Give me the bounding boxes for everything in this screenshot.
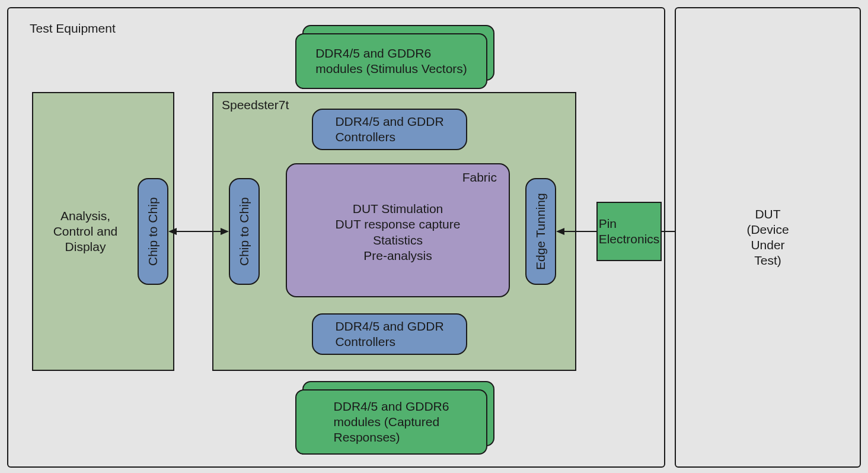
chip-to-chip-pill-left: Chip to Chip [138, 178, 168, 285]
fabric-l4: Pre-analysis [287, 248, 509, 264]
svg-marker-2 [221, 228, 229, 235]
modules-bottom-label: DDR4/5 and GDDR6 modules (Captured Respo… [334, 399, 449, 446]
fabric-content: DUT Stimulation DUT response capture Sta… [287, 201, 509, 264]
modules-bot-l1: DDR4/5 and GDDR6 [334, 399, 449, 414]
arrow-chip-to-chip [168, 226, 229, 237]
ddr-controllers-bottom: DDR4/5 and GDDR Controllers [312, 313, 467, 355]
analysis-line3: Display [53, 239, 118, 255]
pin-elec-l1: Pin [599, 216, 660, 231]
test-equipment-title: Test Equipment [30, 21, 116, 36]
svg-marker-1 [168, 228, 177, 235]
dut-container: DUT (Device Under Test) [675, 7, 861, 468]
dut-line2: (Device [746, 222, 789, 237]
ddr-ctrl-top-label: DDR4/5 and GDDR Controllers [335, 114, 443, 145]
fabric-box: Fabric DUT Stimulation DUT response capt… [286, 163, 510, 297]
pin-electronics-box: Pin Electronics [596, 202, 662, 261]
chip-to-chip-pill-right: Chip to Chip [229, 178, 260, 285]
chip-to-chip-label-1: Chip to Chip [145, 197, 161, 266]
line-pin-to-dut [662, 226, 676, 237]
analysis-line2: Control and [53, 224, 118, 239]
pin-elec-label: Pin Electronics [599, 216, 660, 247]
edge-tuning-pill: Edge Tunning [525, 178, 556, 285]
analysis-line1: Analysis, [53, 208, 118, 224]
speedster-title: Speedster7t [222, 98, 289, 112]
dut-line3: Under [746, 237, 789, 253]
modules-top: DDR4/5 and GDDR6 modules (Stimulus Vecto… [295, 33, 487, 89]
modules-bottom: DDR4/5 and GDDR6 modules (Captured Respo… [295, 389, 487, 455]
dut-line1: DUT [746, 207, 789, 222]
ddr-ctrl-top-l1: DDR4/5 and GDDR [335, 114, 443, 129]
fabric-title: Fabric [462, 170, 497, 185]
ddr-ctrl-bot-l1: DDR4/5 and GDDR [335, 319, 443, 334]
ddr-ctrl-bot-label: DDR4/5 and GDDR Controllers [335, 319, 443, 350]
modules-bot-l2: modules (Captured [334, 414, 449, 430]
modules-top-l1: DDR4/5 and GDDR6 [315, 46, 467, 61]
arrow-pin-to-edge [556, 226, 596, 237]
modules-bot-l3: Responses) [334, 430, 449, 445]
modules-top-l2: modules (Stimulus Vectors) [315, 61, 467, 77]
ddr-ctrl-bot-l2: Controllers [335, 334, 443, 350]
ddr-ctrl-top-l2: Controllers [335, 129, 443, 145]
ddr-controllers-top: DDR4/5 and GDDR Controllers [312, 109, 467, 150]
fabric-l1: DUT Stimulation [287, 201, 509, 217]
dut-line4: Test) [746, 253, 789, 268]
fabric-l2: DUT response capture [287, 217, 509, 232]
analysis-label: Analysis, Control and Display [53, 208, 118, 255]
svg-marker-4 [556, 228, 564, 235]
fabric-l3: Statistics [287, 233, 509, 248]
edge-tuning-label: Edge Tunning [533, 193, 548, 270]
pin-elec-l2: Electronics [599, 231, 660, 247]
modules-top-label: DDR4/5 and GDDR6 modules (Stimulus Vecto… [315, 46, 467, 77]
chip-to-chip-label-2: Chip to Chip [237, 197, 252, 266]
dut-label: DUT (Device Under Test) [746, 207, 789, 269]
